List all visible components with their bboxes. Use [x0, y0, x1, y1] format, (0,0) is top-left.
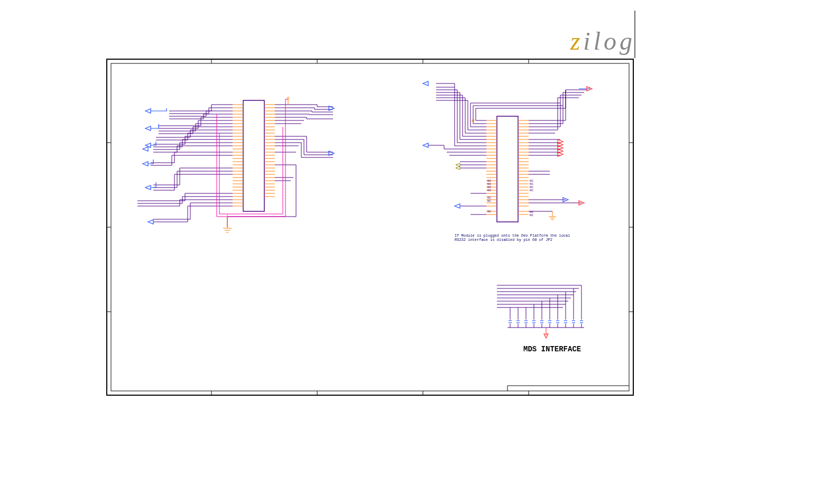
nc-label: NC [530, 189, 534, 192]
brand-logo: zilog [570, 26, 635, 55]
schematic-note-line2: RS232 interface is disabled by pin 60 of… [455, 238, 552, 242]
nc-label: NC [530, 213, 534, 217]
mds-interface-block: MDS INTERFACE [497, 285, 584, 353]
schematic-note-line1: If Module is plugged onto the Dev Platfo… [455, 234, 570, 238]
logo-rest: ilog [583, 27, 635, 55]
nc-label: NC [487, 199, 492, 203]
right-chip-block: NC NC NC NC NC NC NC NC NC NC NC NC NC [423, 81, 592, 222]
schematic-canvas: NC NC NC NC NC NC NC NC NC NC NC NC NC I… [106, 58, 634, 396]
svg-rect-18 [243, 100, 264, 211]
nc-label: NC [487, 189, 492, 192]
logo-divider [634, 11, 635, 58]
mds-interface-label: MDS INTERFACE [523, 345, 581, 353]
svg-rect-1 [111, 63, 629, 391]
nc-label: NC [487, 210, 492, 213]
left-chip-block [137, 97, 334, 232]
svg-rect-88 [497, 116, 518, 222]
svg-point-82 [287, 97, 289, 99]
logo-z: z [570, 27, 584, 55]
